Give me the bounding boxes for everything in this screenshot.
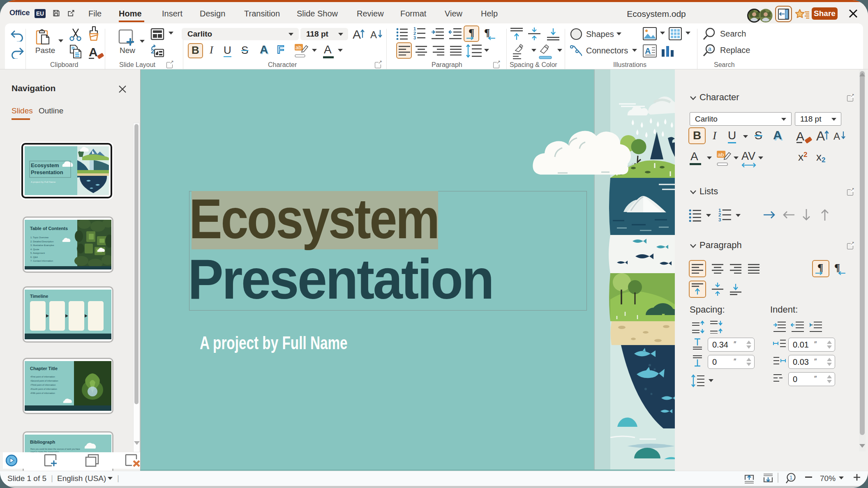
svg-text:•Fourth point of information: •Fourth point of information	[30, 388, 57, 390]
svg-text:Table of Contents: Table of Contents	[30, 226, 68, 231]
svg-text:1: 1	[790, 474, 792, 481]
svg-text:4. Quote: 4. Quote	[30, 248, 39, 251]
svg-text:•Second point of information: •Second point of information	[30, 380, 58, 382]
svg-text:2. Detailed Description: 2. Detailed Description	[30, 240, 53, 243]
svg-text:Presentation: Presentation	[31, 169, 63, 175]
svg-text:•Fifth point of information: •Fifth point of information	[30, 392, 55, 394]
svg-text:¶: ¶	[484, 27, 490, 39]
svg-text:A: A	[833, 131, 840, 142]
svg-text:Timeline: Timeline	[30, 294, 48, 299]
svg-text:ab: ab	[295, 44, 301, 51]
svg-text:a: a	[708, 46, 711, 52]
svg-text:A: A	[816, 129, 825, 143]
svg-text:6. Q&A: 6. Q&A	[30, 256, 38, 258]
svg-text:A project by Full Name: A project by Full Name	[31, 181, 56, 183]
svg-text:Bibliograph: Bibliograph	[30, 440, 55, 444]
svg-text:¶: ¶	[834, 262, 840, 274]
svg-text:ab: ab	[718, 152, 724, 158]
svg-text:A: A	[796, 129, 804, 143]
svg-text:A: A	[370, 29, 377, 40]
svg-text:•First point of information: •First point of information	[30, 375, 55, 378]
svg-text:Ecosystem: Ecosystem	[31, 162, 59, 168]
svg-text:Chapter Title: Chapter Title	[30, 366, 58, 371]
svg-text:7. Contact Information: 7. Contact Information	[30, 260, 53, 262]
svg-text:2: 2	[151, 48, 154, 55]
svg-text:A: A	[353, 28, 361, 41]
svg-text:5. Assignment: 5. Assignment	[30, 252, 45, 254]
svg-text:Here you could list down the s: Here you could list down the sources of …	[30, 448, 80, 450]
svg-text:3: 3	[413, 35, 416, 40]
svg-text:3. Illustrative Examples: 3. Illustrative Examples	[30, 244, 54, 246]
svg-text:3: 3	[718, 217, 721, 222]
svg-text:A: A	[89, 45, 98, 59]
svg-text:A: A	[645, 46, 651, 55]
svg-text:•Third point of information: •Third point of information	[30, 384, 56, 386]
svg-text:1. Topic Overview: 1. Topic Overview	[30, 236, 49, 239]
